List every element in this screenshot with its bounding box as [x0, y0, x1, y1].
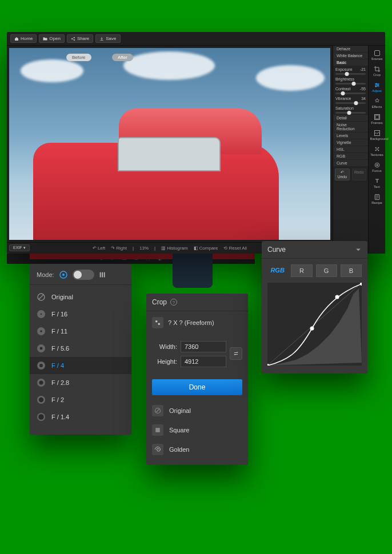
svg-point-33 [39, 398, 43, 402]
home-label: Home [21, 36, 33, 41]
rotate-left-button[interactable]: ↶ Left [93, 246, 105, 251]
crop-done-button[interactable]: Done [152, 379, 242, 395]
crop-help-icon[interactable]: ? [170, 299, 177, 306]
mode-toggle[interactable] [73, 270, 94, 280]
aperture-icon [37, 412, 46, 421]
adjust-section[interactable]: Levels [333, 133, 368, 139]
freeform-icon[interactable] [152, 317, 163, 328]
redo-button[interactable]: Redo [352, 168, 367, 180]
toolrail-scenes[interactable]: Scenes [370, 48, 384, 62]
aperture-item[interactable]: F / 2 [30, 391, 131, 408]
open-button[interactable]: Open [39, 34, 65, 43]
slider-thumb[interactable] [351, 82, 355, 86]
curve-channel-rgb[interactable]: RGB [267, 264, 287, 277]
adjust-section[interactable]: Curve [333, 160, 368, 166]
svg-line-37 [156, 409, 159, 412]
reset-all-button[interactable]: ⟲ Reset All [223, 246, 247, 251]
toolrail-focus[interactable]: Focus [370, 160, 384, 174]
adjust-section[interactable]: RGB [333, 153, 368, 159]
adjust-slider[interactable]: Vibrance34 [333, 95, 368, 105]
slider-thumb[interactable] [347, 111, 351, 115]
photo-car-continuation [30, 254, 255, 259]
svg-point-16 [376, 164, 377, 166]
crop-width-input[interactable] [181, 341, 226, 352]
photo-legs [173, 254, 213, 288]
download-icon [99, 37, 104, 41]
frames-icon [374, 114, 381, 121]
curve-channel-r[interactable]: R [291, 264, 312, 277]
toolrail-text[interactable]: Text [370, 176, 384, 190]
adjust-section[interactable]: White Balance [333, 53, 368, 59]
toolrail-textures[interactable]: Textures [370, 144, 384, 158]
background-icon [374, 130, 381, 137]
histogram-toggle[interactable]: ▥ Histogram [161, 246, 187, 251]
adjust-sidebar: DehazeWhite BalanceBasic Exposure-21 Bri… [333, 46, 368, 254]
undo-button[interactable]: ↶ Undo [335, 168, 350, 180]
aperture-item[interactable]: F / 1.4 [30, 408, 131, 425]
adjust-section[interactable]: Detail [333, 115, 368, 121]
before-badge: Before [66, 54, 91, 61]
toolrail-effects[interactable]: Effects [370, 96, 384, 110]
linear-mode-icon[interactable] [99, 271, 107, 279]
recipe-icon [374, 194, 381, 200]
curve-point[interactable] [360, 283, 362, 286]
svg-point-29 [39, 364, 43, 367]
aperture-item[interactable]: Original [30, 288, 131, 306]
slider-thumb[interactable] [345, 72, 349, 76]
toolrail-frames[interactable]: Frames [370, 112, 384, 126]
aperture-icon [37, 361, 46, 370]
radial-mode-icon[interactable] [59, 270, 68, 279]
photo-canvas[interactable]: Before After [9, 48, 330, 240]
aperture-item[interactable]: F / 11 [30, 323, 131, 340]
toolrail-crop[interactable]: Crop [370, 64, 384, 78]
home-button[interactable]: Home [10, 34, 37, 43]
compare-toggle[interactable]: ◧ Compare [194, 246, 218, 251]
aperture-item[interactable]: F / 16 [30, 306, 131, 323]
aperture-icon [37, 327, 46, 336]
exif-button[interactable]: EXIF ▾ [9, 244, 30, 251]
adjust-section[interactable]: Dehaze [333, 46, 368, 52]
photo-cloud [123, 51, 215, 80]
crop-ratio-item[interactable]: Golden [146, 440, 248, 459]
adjust-section[interactable]: HSL [333, 146, 368, 152]
adjust-section[interactable]: Vignette [333, 139, 368, 146]
save-button[interactable]: Save [95, 34, 120, 43]
adjust-slider[interactable]: Contrast-55 [333, 86, 368, 95]
svg-point-6 [375, 86, 376, 87]
toolrail-adjust[interactable]: Adjust [370, 80, 384, 94]
share-button[interactable]: Share [67, 34, 93, 43]
adjust-slider[interactable]: Brightness [333, 76, 368, 86]
adjust-section[interactable]: Noise Reduction [333, 122, 368, 132]
curve-channel-b[interactable]: B [341, 264, 362, 277]
textures-icon [374, 146, 381, 152]
slider-thumb[interactable] [354, 101, 358, 105]
aperture-item[interactable]: F / 2.8 [30, 374, 131, 391]
rotate-right-button[interactable]: ↷ Right [111, 246, 127, 251]
slider-thumb[interactable] [341, 91, 345, 95]
swap-dimensions-button[interactable] [230, 347, 242, 360]
curve-point[interactable] [335, 295, 339, 299]
adjust-slider[interactable]: Saturation [333, 105, 368, 115]
curve-point[interactable] [310, 327, 314, 331]
adjust-slider[interactable]: Exposure-21 [333, 66, 368, 76]
adjust-section[interactable]: Basic [333, 59, 368, 66]
svg-point-5 [377, 85, 378, 86]
effects-icon [374, 98, 381, 105]
crop-title: Crop [152, 298, 167, 306]
curve-graph[interactable] [267, 283, 362, 366]
aperture-item[interactable]: F / 4 [30, 357, 131, 374]
svg-point-25 [40, 330, 42, 332]
right-tool-rail: ScenesCropAdjustEffectsFramesBackgroundT… [368, 46, 385, 254]
after-badge: After [112, 54, 133, 61]
toolrail-background[interactable]: Background [370, 128, 384, 142]
collapse-icon[interactable] [355, 246, 362, 253]
aperture-item[interactable]: F / 5.6 [30, 340, 131, 357]
crop-ratio-item[interactable]: Square [146, 420, 248, 440]
zoom-level[interactable]: 13% [139, 246, 149, 251]
crop-ratio-item[interactable]: Original [146, 401, 248, 420]
svg-point-12 [377, 148, 378, 150]
curve-channel-g[interactable]: G [316, 264, 337, 277]
aperture-icon [37, 378, 46, 387]
toolrail-recipe[interactable]: Recipe [370, 192, 384, 206]
crop-height-input[interactable] [181, 356, 226, 367]
